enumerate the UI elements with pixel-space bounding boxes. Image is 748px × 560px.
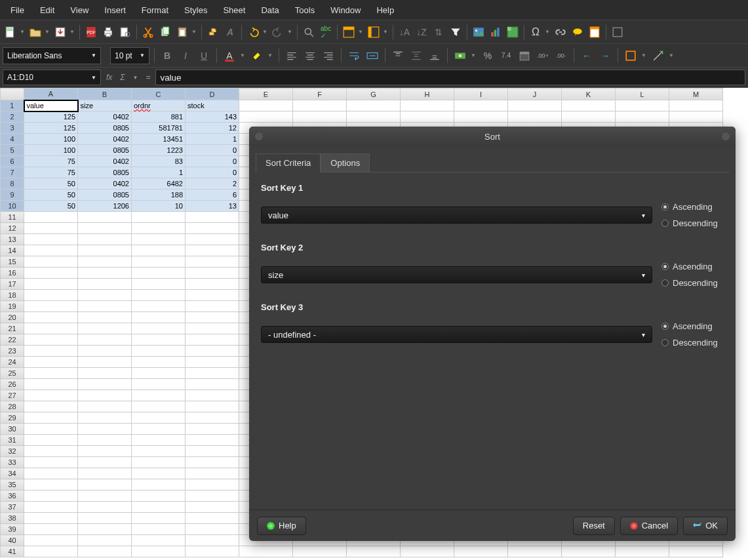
currency-icon[interactable] bbox=[452, 48, 468, 64]
special-char-icon[interactable]: Ω bbox=[528, 24, 543, 40]
cell[interactable] bbox=[24, 268, 78, 279]
add-decimal-icon[interactable]: .00+ bbox=[535, 48, 551, 64]
column-header[interactable]: C bbox=[132, 89, 186, 100]
cell[interactable] bbox=[186, 323, 239, 334]
row-header[interactable]: 26 bbox=[1, 379, 24, 390]
radio-ascending[interactable]: Ascending bbox=[661, 262, 724, 271]
radio-descending[interactable]: Descending bbox=[661, 338, 724, 348]
cell[interactable]: 6 bbox=[186, 190, 239, 201]
cell[interactable] bbox=[24, 245, 78, 256]
cell[interactable] bbox=[562, 100, 616, 111]
sort-desc-icon[interactable]: ↓Z bbox=[414, 24, 429, 40]
chart-icon[interactable] bbox=[488, 24, 503, 40]
cell[interactable] bbox=[78, 390, 132, 401]
row-header[interactable]: 40 bbox=[1, 535, 24, 546]
cell[interactable] bbox=[78, 457, 132, 468]
row-header[interactable]: 38 bbox=[1, 513, 24, 524]
cell[interactable]: 0 bbox=[186, 156, 239, 167]
cell[interactable] bbox=[78, 424, 132, 435]
column-header[interactable]: M bbox=[669, 89, 723, 100]
cell[interactable] bbox=[24, 424, 78, 435]
cell[interactable]: 50 bbox=[24, 190, 78, 201]
cell[interactable] bbox=[78, 357, 132, 368]
dropdown-arrow-icon[interactable]: ▼ bbox=[191, 29, 198, 35]
cell[interactable] bbox=[78, 446, 132, 457]
cell[interactable] bbox=[24, 446, 78, 457]
menu-tools[interactable]: Tools bbox=[287, 1, 323, 19]
cell[interactable] bbox=[24, 468, 78, 479]
radio-ascending[interactable]: Ascending bbox=[661, 202, 724, 212]
dropdown-arrow-icon[interactable]: ▼ bbox=[262, 29, 269, 35]
cell[interactable] bbox=[186, 479, 239, 490]
highlight-icon[interactable] bbox=[249, 48, 265, 64]
cell[interactable] bbox=[78, 412, 132, 424]
cell[interactable] bbox=[132, 468, 186, 479]
cell[interactable]: 125 bbox=[24, 111, 78, 123]
cell[interactable]: 188 bbox=[132, 190, 186, 201]
cell[interactable] bbox=[186, 212, 239, 223]
cell[interactable]: 1 bbox=[186, 134, 239, 145]
cell[interactable] bbox=[24, 524, 78, 535]
cell[interactable] bbox=[132, 502, 186, 513]
cell[interactable]: 100 bbox=[24, 134, 78, 145]
define-range-icon[interactable] bbox=[610, 24, 625, 40]
cell[interactable]: 50 bbox=[24, 201, 78, 212]
row-header[interactable]: 4 bbox=[1, 134, 24, 145]
row-header[interactable]: 8 bbox=[1, 178, 24, 190]
cell[interactable] bbox=[186, 546, 239, 557]
cell[interactable] bbox=[186, 424, 239, 435]
cell[interactable] bbox=[239, 111, 293, 123]
cell[interactable] bbox=[78, 223, 132, 234]
cell[interactable] bbox=[347, 546, 401, 557]
increase-indent-icon[interactable]: → bbox=[597, 48, 613, 64]
cell[interactable] bbox=[186, 457, 239, 468]
cell[interactable] bbox=[293, 100, 347, 111]
print-preview-icon[interactable] bbox=[117, 24, 133, 40]
row-header[interactable]: 21 bbox=[1, 323, 24, 334]
cell[interactable] bbox=[24, 546, 78, 557]
cell[interactable]: 2 bbox=[186, 178, 239, 190]
cell[interactable] bbox=[132, 424, 186, 435]
cell[interactable] bbox=[78, 290, 132, 301]
remove-decimal-icon[interactable]: .00- bbox=[553, 48, 569, 64]
cell[interactable] bbox=[132, 490, 186, 502]
column-header[interactable]: K bbox=[562, 89, 616, 100]
cell[interactable] bbox=[562, 546, 616, 557]
row-header[interactable]: 14 bbox=[1, 245, 24, 256]
cell[interactable] bbox=[78, 368, 132, 379]
cell[interactable] bbox=[24, 435, 78, 446]
equals-icon[interactable]: = bbox=[143, 73, 153, 82]
cell[interactable] bbox=[78, 312, 132, 323]
row-header[interactable]: 36 bbox=[1, 490, 24, 502]
column-header[interactable]: F bbox=[293, 89, 347, 100]
cell[interactable] bbox=[78, 256, 132, 268]
cell[interactable] bbox=[293, 111, 347, 123]
cell[interactable] bbox=[78, 334, 132, 346]
cut-icon[interactable] bbox=[140, 24, 156, 40]
paste-icon[interactable] bbox=[174, 24, 190, 40]
cell[interactable] bbox=[347, 100, 401, 111]
cell[interactable] bbox=[24, 234, 78, 245]
cell[interactable] bbox=[669, 546, 723, 557]
menu-insert[interactable]: Insert bbox=[96, 1, 134, 19]
wrap-icon[interactable] bbox=[346, 48, 362, 64]
cell[interactable] bbox=[132, 435, 186, 446]
help-button[interactable]: Help bbox=[257, 517, 306, 535]
tab-options[interactable]: Options bbox=[321, 153, 370, 172]
cell[interactable] bbox=[186, 524, 239, 535]
hyperlink-icon[interactable] bbox=[553, 24, 568, 40]
cell[interactable]: 1 bbox=[132, 167, 186, 178]
menu-sheet[interactable]: Sheet bbox=[215, 1, 253, 19]
cell[interactable] bbox=[186, 468, 239, 479]
row-header[interactable]: 41 bbox=[1, 546, 24, 557]
cell[interactable] bbox=[562, 111, 616, 123]
cell[interactable] bbox=[24, 223, 78, 234]
cell[interactable] bbox=[132, 256, 186, 268]
clear-format-icon[interactable]: A bbox=[222, 24, 238, 40]
cell[interactable]: 0805 bbox=[78, 145, 132, 156]
column-header[interactable]: A bbox=[24, 89, 78, 100]
sort-asc-icon[interactable]: ↓A bbox=[397, 24, 412, 40]
cell[interactable] bbox=[78, 301, 132, 312]
pivot-icon[interactable] bbox=[505, 24, 521, 40]
menu-data[interactable]: Data bbox=[253, 1, 286, 19]
